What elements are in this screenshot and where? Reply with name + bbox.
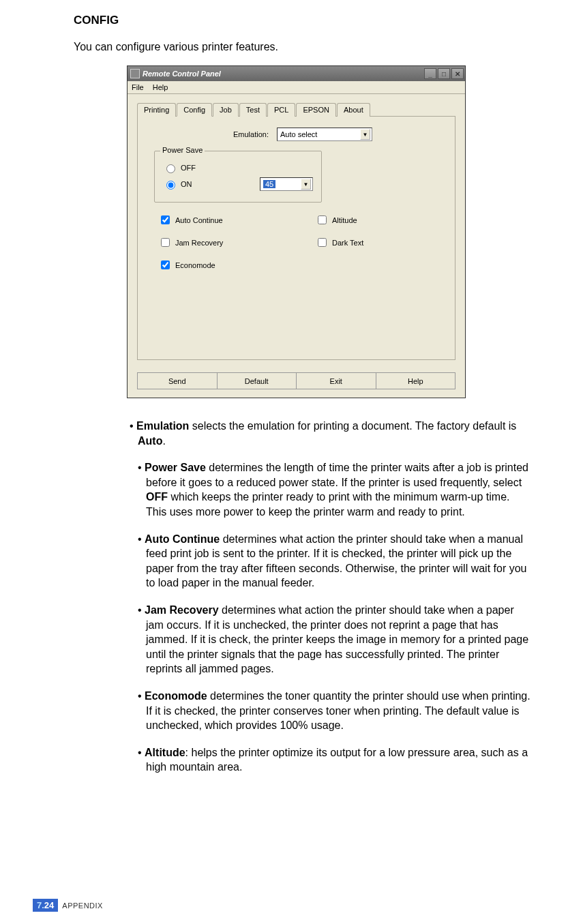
exit-button[interactable]: Exit — [297, 372, 376, 389]
minimize-icon[interactable]: _ — [424, 68, 436, 79]
power-save-off-label: OFF — [181, 164, 196, 172]
maximize-icon[interactable]: □ — [438, 68, 450, 79]
jam-recovery-checkbox[interactable] — [161, 238, 170, 247]
section-label: APPENDIX — [62, 901, 103, 910]
page-footer: 7.24 APPENDIX — [33, 899, 103, 912]
chevron-down-icon: ▼ — [301, 179, 311, 190]
bullet-economode: • Economode determines the toner quantit… — [138, 689, 531, 733]
bullet-emulation: • Emulation selects the emulation for pr… — [138, 419, 531, 448]
power-save-on-label: ON — [181, 180, 192, 188]
economode-checkbox[interactable] — [161, 260, 170, 269]
power-save-on-radio[interactable] — [166, 181, 175, 190]
close-icon[interactable]: ✕ — [451, 68, 464, 79]
app-window: Remote Control Panel _ □ ✕ File Help Pri… — [127, 65, 466, 398]
tab-content: Emulation: Auto select ▼ Power Save OFF — [137, 117, 455, 360]
power-save-off-radio[interactable] — [166, 164, 175, 173]
dark-text-label: Dark Text — [332, 239, 363, 247]
window-title: Remote Control Panel — [143, 70, 424, 78]
bullet-power-save: • Power Save determines the length of ti… — [138, 460, 531, 519]
economode-label: Economode — [175, 261, 215, 269]
section-heading: CONFIG — [74, 14, 531, 27]
bullet-auto-continue: • Auto Continue determines what action t… — [138, 532, 531, 591]
tab-test[interactable]: Test — [239, 103, 267, 117]
power-save-value: 45 — [263, 180, 275, 188]
menu-help[interactable]: Help — [153, 83, 168, 91]
dark-text-checkbox[interactable] — [318, 238, 327, 247]
intro-text: You can configure various printer featur… — [74, 41, 531, 53]
tab-config[interactable]: Config — [177, 103, 212, 117]
altitude-checkbox[interactable] — [318, 215, 327, 224]
tab-bar: Printing Config Job Test PCL EPSON About — [137, 102, 455, 117]
bullet-altitude: • Altitude: helps the printer optimize i… — [138, 745, 531, 775]
send-button[interactable]: Send — [137, 372, 218, 389]
bullet-list: • Emulation selects the emulation for pr… — [138, 419, 531, 775]
tab-about[interactable]: About — [337, 103, 370, 117]
jam-recovery-label: Jam Recovery — [175, 239, 223, 247]
page-number: 7.24 — [33, 899, 58, 912]
power-save-label: Power Save — [160, 146, 205, 154]
menu-file[interactable]: File — [132, 83, 144, 91]
altitude-label: Altitude — [332, 216, 357, 224]
emulation-value: Auto select — [280, 130, 317, 138]
power-save-time-dropdown[interactable]: 45 ▼ — [260, 177, 313, 191]
app-icon — [130, 69, 140, 78]
titlebar: Remote Control Panel _ □ ✕ — [128, 66, 465, 81]
help-button[interactable]: Help — [376, 372, 456, 389]
tab-epson[interactable]: EPSON — [296, 103, 336, 117]
auto-continue-checkbox[interactable] — [161, 215, 170, 224]
chevron-down-icon: ▼ — [360, 129, 370, 140]
tab-pcl[interactable]: PCL — [267, 103, 295, 117]
emulation-label: Emulation: — [233, 130, 269, 138]
emulation-dropdown[interactable]: Auto select ▼ — [277, 128, 372, 141]
menubar: File Help — [128, 81, 465, 94]
power-save-group: Power Save OFF ON 45 ▼ — [154, 151, 322, 203]
tab-job[interactable]: Job — [213, 103, 239, 117]
bullet-jam-recovery: • Jam Recovery determines what action th… — [138, 603, 531, 676]
default-button[interactable]: Default — [218, 372, 297, 389]
auto-continue-label: Auto Continue — [175, 216, 223, 224]
tab-printing[interactable]: Printing — [137, 103, 176, 117]
